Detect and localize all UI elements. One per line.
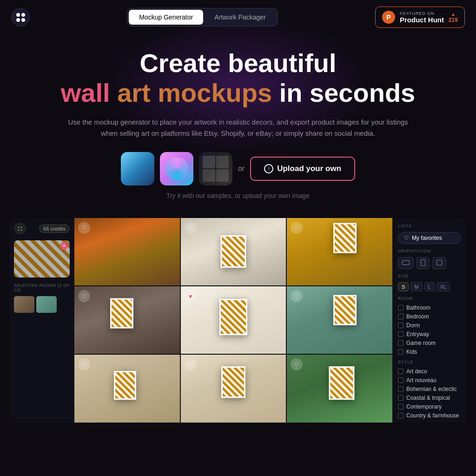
artwork-preview[interactable]: ✕ — [14, 240, 70, 278]
style-filter-artdeco: Art deco — [398, 368, 461, 375]
grid-item-6[interactable]: ♡ — [287, 286, 392, 354]
style-filter-coastal: Coastal & tropical — [398, 395, 461, 401]
landscape-icon — [402, 260, 410, 265]
bedroom-label: Bedroom — [406, 313, 429, 320]
grid-item-5[interactable]: ♥ — [181, 286, 286, 354]
delete-artwork-icon[interactable]: ✕ — [60, 242, 68, 250]
product-hunt-text: FEATURED ON Product Hunt — [400, 11, 444, 24]
dorm-checkbox[interactable] — [398, 323, 403, 328]
heart-btn-1[interactable]: ♡ — [78, 222, 90, 234]
featured-on-label: FEATURED ON — [400, 11, 444, 16]
tab-artwork-packager[interactable]: Artwork Packager — [204, 10, 276, 25]
hero-title-line2: wall art mockups in seconds — [9, 78, 467, 108]
logo-dot — [21, 13, 25, 17]
bohemian-checkbox[interactable] — [398, 386, 403, 392]
heart-btn-2[interactable]: ♡ — [185, 222, 197, 234]
product-hunt-count: ▲ 219 — [449, 12, 458, 23]
hero-word-wall: wall — [61, 78, 110, 107]
artnouveau-checkbox[interactable] — [398, 377, 403, 383]
logo-dot — [16, 18, 20, 22]
contemporary-checkbox[interactable] — [398, 404, 403, 410]
bedroom-checkbox[interactable] — [398, 314, 403, 319]
grid-item-7[interactable]: ♡ — [74, 355, 180, 422]
logo-dot — [16, 13, 20, 17]
grid-item-2[interactable]: ♡ — [181, 218, 286, 285]
size-buttons: S M L XL — [398, 282, 461, 291]
style-filter-country: Country & farmhouse — [398, 412, 461, 419]
left-panel: 66 credits ✕ SELECTED ROOMS (2 OF 10) — [9, 218, 74, 423]
selected-rooms-label: SELECTED ROOMS (2 OF 10) — [14, 283, 70, 292]
room-filter-entryway: Entryway — [398, 331, 461, 337]
user-avatar — [14, 223, 26, 235]
gameroom-checkbox[interactable] — [398, 340, 403, 346]
product-hunt-icon: P — [382, 11, 395, 24]
square-icon — [436, 260, 442, 265]
grid-cell — [203, 156, 215, 168]
tab-mockup-generator[interactable]: Mockup Generator — [129, 10, 203, 25]
entryway-checkbox[interactable] — [398, 331, 403, 337]
favorites-button[interactable]: ♡ My favorites — [398, 232, 461, 244]
nav-tabs: Mockup Generator Artwork Packager — [127, 8, 278, 26]
hero-word-mockups: mockups — [158, 78, 272, 107]
grid-cell — [216, 156, 229, 168]
svg-point-1 — [21, 226, 22, 228]
grid-cell — [203, 169, 215, 182]
size-xl-btn[interactable]: XL — [436, 282, 450, 291]
heart-btn-4[interactable]: ♡ — [78, 290, 90, 302]
artnouveau-label: Art nouveau — [406, 377, 436, 383]
style-filter-contemporary: Contemporary — [398, 403, 461, 410]
room-filter-bedroom: Bedroom — [398, 313, 461, 320]
sample-thumb-2[interactable] — [160, 152, 193, 185]
portrait-btn[interactable] — [416, 257, 430, 269]
dorm-label: Dorm — [406, 322, 420, 329]
selected-room-thumb-1[interactable] — [14, 296, 34, 313]
style-section-title: STYLE — [398, 360, 461, 364]
upload-button[interactable]: ↑ Upload your own — [250, 157, 355, 181]
grid-item-1[interactable]: ♡ — [74, 218, 180, 285]
hero-title-line1: Create beautiful — [9, 48, 467, 78]
logo-dot — [21, 18, 25, 22]
artdeco-checkbox[interactable] — [398, 369, 403, 374]
bathroom-label: Bathroom — [406, 304, 430, 311]
square-btn[interactable] — [432, 257, 446, 269]
sample-thumb-3[interactable] — [199, 152, 232, 185]
orientation-section-title: ORIENTATION — [398, 249, 461, 253]
heart-btn-6[interactable]: ♡ — [291, 290, 303, 302]
style-filter-bohemian: Bohemian & eclectic — [398, 386, 461, 392]
logo-dots — [16, 13, 25, 22]
size-section-title: SIZE — [398, 274, 461, 278]
gameroom-label: Game room — [406, 340, 436, 346]
heart-btn-3[interactable]: ♡ — [291, 222, 303, 234]
hero-word-art: art — [117, 78, 151, 107]
svg-point-0 — [18, 226, 20, 228]
grid-cell — [216, 169, 229, 182]
navbar: Mockup Generator Artwork Packager P FEAT… — [0, 0, 476, 34]
grid-item-4[interactable]: ♡ — [74, 286, 180, 354]
size-l-btn[interactable]: L — [424, 282, 435, 291]
size-s-btn[interactable]: S — [398, 282, 409, 291]
grid-item-9[interactable]: ♡ — [287, 355, 392, 422]
heart-btn-7[interactable]: ♡ — [78, 358, 90, 370]
coastal-checkbox[interactable] — [398, 395, 403, 401]
heart-btn-5[interactable]: ♥ — [185, 290, 197, 302]
country-checkbox[interactable] — [398, 413, 403, 418]
grid-item-8[interactable]: ♡ — [181, 355, 286, 422]
heart-btn-8[interactable]: ♡ — [185, 358, 197, 370]
landscape-btn[interactable] — [398, 257, 414, 269]
samples-row: or ↑ Upload your own — [9, 152, 467, 185]
sample-thumb-1[interactable] — [121, 152, 154, 185]
selected-room-thumb-2[interactable] — [36, 296, 57, 313]
kids-checkbox[interactable] — [398, 349, 403, 355]
lists-section-title: LISTS — [398, 224, 461, 228]
bathroom-checkbox[interactable] — [398, 305, 403, 311]
heart-btn-9[interactable]: ♡ — [291, 358, 303, 370]
samples-hint: Try it with our samples, or upload your … — [9, 192, 467, 199]
style-checkboxes: Art deco Art nouveau Bohemian & eclectic… — [398, 368, 461, 419]
grid-item-3[interactable]: ♡ — [287, 218, 392, 285]
product-hunt-badge[interactable]: P FEATURED ON Product Hunt ▲ 219 — [375, 7, 465, 28]
hero-word-in-seconds: in seconds — [279, 78, 416, 107]
size-m-btn[interactable]: M — [410, 282, 422, 291]
right-panel: LISTS ♡ My favorites ORIENTATION SIZE S … — [392, 218, 467, 423]
or-separator: or — [238, 165, 245, 173]
room-filter-gameroom: Game room — [398, 340, 461, 346]
